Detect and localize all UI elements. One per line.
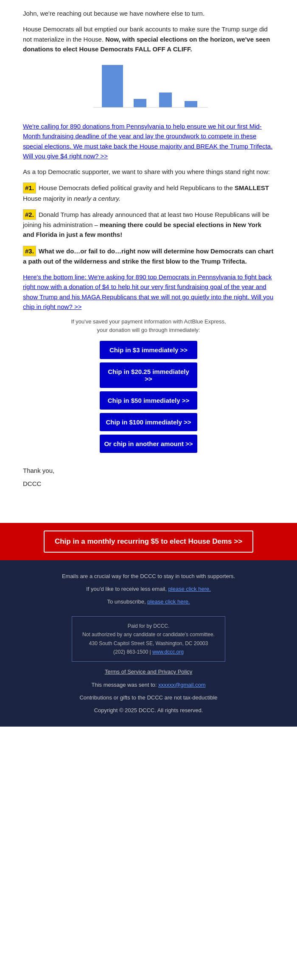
footer-red-cta: Chip in a monthly recurring $5 to elect … <box>0 523 297 560</box>
chip-20-button[interactable]: Chip in $20.25 immediately >> <box>100 362 197 388</box>
num-badge-2: #2. <box>23 209 36 220</box>
intro-p2: House Democrats all but emptied our bank… <box>23 24 274 54</box>
footer-unsubscribe: To unsubscribe, please click here. <box>17 598 280 606</box>
num-badge-3: #3. <box>23 246 36 256</box>
main-link-1[interactable]: We're calling for 890 donations from Pen… <box>23 121 274 161</box>
footer-less-email-plain: If you'd like to receive less email, <box>86 586 168 592</box>
footer-unsubscribe-link[interactable]: please click here. <box>147 598 190 605</box>
item1-italic: nearly a century. <box>74 195 120 202</box>
footer-sent-email[interactable]: xxxxxx@gmail.com <box>158 682 205 688</box>
item3-bold: What we do…or fail to do…right now will … <box>23 247 273 265</box>
footer-legal-line3: 430 South Capitol Street SE, Washington,… <box>82 639 215 648</box>
numbered-item-3: #3. What we do…or fail to do…right now w… <box>23 246 274 267</box>
footer-phone: (202) 863-1500 | <box>113 649 152 655</box>
actblue-note: If you've saved your payment information… <box>23 317 274 334</box>
item1-plain: House Democrats defied political gravity… <box>39 184 235 191</box>
thank-you: Thank you, <box>23 466 274 475</box>
actblue-line2: your donation will go through immediatel… <box>97 327 200 333</box>
footer-copyright: Copyright © 2025 DCCC. All rights reserv… <box>17 706 280 715</box>
chart-area <box>23 62 274 114</box>
footer-address: 430 South Capitol Street SE, Washington,… <box>89 640 208 646</box>
signature: DCCC <box>23 479 274 489</box>
footer-less-email: If you'd like to receive less email, ple… <box>17 585 280 593</box>
footer-legal-line4: (202) 863-1500 | www.dccc.org <box>82 648 215 656</box>
chip-3-button[interactable]: Chip in $3 immediately >> <box>100 341 197 359</box>
footer-terms-link[interactable]: Terms of Service and Privacy Policy <box>105 668 193 675</box>
intro-p3: As a top Democratic supporter, we want t… <box>23 167 274 177</box>
intro-p1: John, we're reaching out because we have… <box>23 8 274 18</box>
actblue-line1: If you've saved your payment information… <box>71 318 226 325</box>
main-link-2[interactable]: Here's the bottom line: We're asking for… <box>23 272 274 312</box>
footer-unsubscribe-plain: To unsubscribe, <box>107 598 147 605</box>
chip-50-button[interactable]: Chip in $50 immediately >> <box>100 391 197 410</box>
svg-rect-1 <box>134 99 146 107</box>
footer-contributions: Contributions or gifts to the DCCC are n… <box>17 694 280 702</box>
monthly-cta-button[interactable]: Chip in a monthly recurring $5 to elect … <box>44 531 253 553</box>
footer-dark: Emails are a crucial way for the DCCC to… <box>0 560 297 727</box>
numbered-item-1: #1. House Democrats defied political gra… <box>23 183 274 203</box>
svg-rect-3 <box>185 101 197 107</box>
main-content: John, we're reaching out because we have… <box>0 0 297 523</box>
num-badge-1: #1. <box>23 183 36 193</box>
donation-chart <box>85 62 212 112</box>
item1-plain2: House majority in <box>23 195 74 202</box>
svg-rect-2 <box>159 93 172 107</box>
footer-legal-box: Paid for by DCCC. Not authorized by any … <box>72 616 225 662</box>
chip-other-button[interactable]: Or chip in another amount >> <box>100 435 197 453</box>
footer-line1: Emails are a crucial way for the DCCC to… <box>17 572 280 581</box>
chip-100-button[interactable]: Chip in $100 immediately >> <box>100 413 197 431</box>
footer-less-email-link[interactable]: please click here. <box>168 586 210 592</box>
footer-legal-line1: Paid for by DCCC. <box>82 622 215 630</box>
footer-sent: This message was sent to: xxxxxx@gmail.c… <box>17 681 280 689</box>
footer-terms: Terms of Service and Privacy Policy <box>17 668 280 676</box>
footer-dccc-link[interactable]: www.dccc.org <box>152 649 184 655</box>
footer-sent-plain: This message was sent to: <box>92 682 159 688</box>
numbered-item-2: #2. Donald Trump has already announced t… <box>23 209 274 240</box>
item1-bold: SMALLEST <box>235 184 269 191</box>
footer-legal-line2: Not authorized by any candidate or candi… <box>82 630 215 639</box>
svg-rect-0 <box>102 65 123 107</box>
